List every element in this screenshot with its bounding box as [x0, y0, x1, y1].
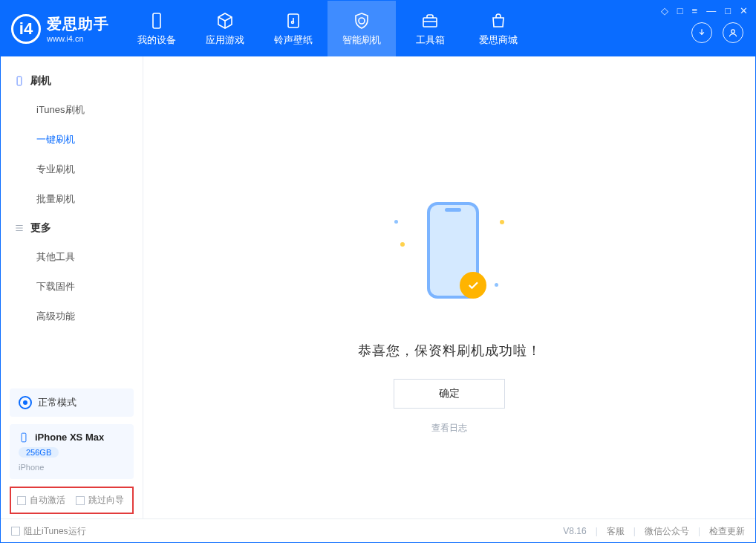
success-message: 恭喜您，保资料刷机成功啦！: [358, 342, 541, 360]
svg-rect-3: [423, 18, 437, 27]
tab-label: 铃声壁纸: [274, 33, 313, 47]
logo-icon: i4: [11, 14, 41, 44]
tab-label: 爱思商城: [479, 33, 518, 47]
tab-ring[interactable]: 铃声壁纸: [259, 1, 328, 56]
main-tabs: 我的设备 应用游戏 铃声壁纸 智能刷机 工具箱 爱思商城: [123, 1, 532, 56]
device-name: iPhone XS Max: [35, 432, 104, 443]
feedback-icon[interactable]: □: [677, 5, 683, 16]
tab-label: 应用游戏: [206, 33, 244, 47]
ok-button[interactable]: 确定: [394, 379, 505, 409]
bag-icon: [489, 11, 508, 30]
device-card[interactable]: iPhone XS Max 256GB iPhone: [10, 424, 134, 479]
footer-right: V8.16 | 客服 | 微信公众号 | 检查更新: [563, 525, 745, 538]
sparkle-icon: [495, 283, 498, 287]
sidebar: 刷机 iTunes刷机 一键刷机 专业刷机 批量刷机 更多 其他工具 下载固件 …: [1, 56, 143, 518]
sidebar-item-itunes-flash[interactable]: iTunes刷机: [1, 95, 143, 125]
sidebar-item-advanced[interactable]: 高级功能: [1, 302, 143, 331]
device-capacity: 256GB: [19, 447, 59, 458]
close-icon[interactable]: ✕: [740, 5, 748, 16]
sparkle-icon: [500, 220, 504, 224]
tab-device[interactable]: 我的设备: [123, 1, 191, 56]
phone-small-icon: [19, 432, 29, 443]
checkbox-label: 自动激活: [30, 494, 65, 507]
view-log-link[interactable]: 查看日志: [431, 422, 467, 435]
mode-card[interactable]: 正常模式: [10, 388, 134, 417]
sidebar-item-other-tools[interactable]: 其他工具: [1, 242, 143, 272]
sidebar-item-download-firmware[interactable]: 下载固件: [1, 272, 143, 302]
checkbox-block-itunes[interactable]: 阻止iTunes运行: [11, 525, 86, 538]
checkbox-label: 跳过向导: [88, 494, 124, 507]
tab-apps[interactable]: 应用游戏: [191, 1, 259, 56]
app-name-en: www.i4.cn: [47, 34, 109, 43]
tab-label: 智能刷机: [342, 33, 381, 47]
music-note-icon: [284, 11, 303, 30]
group-title: 更多: [30, 221, 51, 235]
flash-options-highlighted: 自动激活 跳过向导: [10, 487, 134, 514]
svg-rect-0: [153, 13, 160, 28]
sidebar-item-pro-flash[interactable]: 专业刷机: [1, 155, 143, 184]
sidebar-item-oneclick-flash[interactable]: 一键刷机: [1, 125, 143, 155]
footer-link-support[interactable]: 客服: [607, 525, 625, 538]
separator: |: [698, 526, 700, 536]
sparkle-icon: [394, 220, 398, 224]
pin-icon[interactable]: ◇: [661, 5, 668, 16]
minimize-icon[interactable]: —: [706, 5, 716, 16]
logo-text: 爱思助手 www.i4.cn: [47, 14, 109, 43]
device-icon: [14, 76, 25, 86]
success-illustration: [390, 198, 509, 324]
sidebar-group-flash: 刷机: [1, 67, 143, 95]
checkmark-badge-icon: [460, 272, 486, 299]
sparkle-icon: [400, 242, 405, 247]
user-button[interactable]: [723, 22, 743, 43]
tab-flash[interactable]: 智能刷机: [328, 1, 396, 56]
checkbox-auto-activate[interactable]: 自动激活: [17, 494, 65, 507]
footer: 阻止iTunes运行 V8.16 | 客服 | 微信公众号 | 检查更新: [1, 518, 755, 543]
shield-sync-icon: [352, 11, 371, 30]
checkbox-icon: [11, 527, 20, 536]
tab-store[interactable]: 爱思商城: [464, 1, 532, 56]
svg-rect-5: [17, 77, 22, 85]
toolbox-icon: [420, 11, 440, 30]
group-title: 刷机: [30, 74, 51, 88]
mode-label: 正常模式: [38, 396, 76, 409]
main-panel: 恭喜您，保资料刷机成功啦！ 确定 查看日志: [143, 56, 755, 518]
device-type: iPhone: [19, 463, 125, 472]
version-label: V8.16: [563, 526, 586, 536]
tab-label: 我的设备: [137, 33, 176, 47]
checkbox-skip-guide[interactable]: 跳过向导: [76, 494, 124, 507]
logo: i4 爱思助手 www.i4.cn: [1, 1, 123, 56]
separator: |: [596, 526, 598, 536]
checkbox-icon: [17, 496, 26, 505]
body: 刷机 iTunes刷机 一键刷机 专业刷机 批量刷机 更多 其他工具 下载固件 …: [1, 56, 755, 518]
svg-point-4: [731, 30, 735, 33]
success-block: 恭喜您，保资料刷机成功啦！ 确定 查看日志: [293, 198, 605, 435]
mode-dot-icon: [19, 396, 32, 409]
header-right: ◇ □ ≡ — □ ✕: [661, 1, 755, 56]
sidebar-group-more: 更多: [1, 214, 143, 242]
svg-point-2: [292, 21, 294, 23]
phone-icon: [147, 11, 166, 30]
svg-rect-6: [22, 433, 26, 442]
footer-link-wechat[interactable]: 微信公众号: [645, 525, 689, 538]
checkbox-icon: [76, 496, 85, 505]
app-header: i4 爱思助手 www.i4.cn 我的设备 应用游戏 铃声壁纸 智能刷机 工具…: [1, 1, 755, 56]
maximize-icon[interactable]: □: [725, 5, 731, 16]
separator: |: [633, 526, 636, 536]
footer-link-update[interactable]: 检查更新: [709, 525, 745, 538]
cube-icon: [215, 11, 235, 30]
download-button[interactable]: [691, 22, 712, 43]
tab-toolbox[interactable]: 工具箱: [396, 1, 464, 56]
checkbox-label: 阻止iTunes运行: [24, 525, 86, 538]
tab-label: 工具箱: [416, 33, 445, 47]
list-icon: [14, 223, 25, 233]
sidebar-item-batch-flash[interactable]: 批量刷机: [1, 184, 143, 214]
window-controls: ◇ □ ≡ — □ ✕: [661, 5, 748, 16]
header-circle-buttons: [691, 22, 743, 43]
app-name-zh: 爱思助手: [47, 14, 109, 34]
menu-icon[interactable]: ≡: [692, 5, 698, 16]
